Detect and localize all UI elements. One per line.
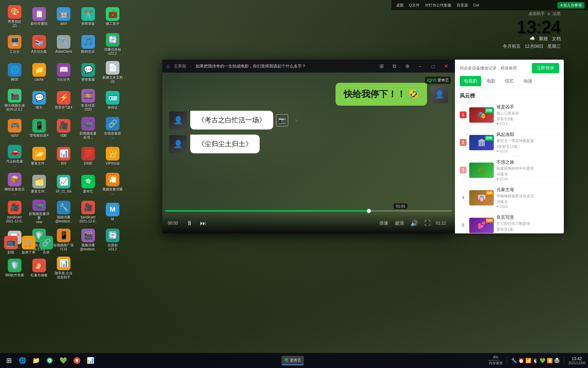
menu-icon[interactable]: ≡ [548,12,550,16]
icon-bandicam2[interactable]: 🎥 bandicam2021-12-0.. [76,198,100,226]
top-quicklink-baili[interactable]: 百里源 [455,2,469,9]
taskbar-table[interactable]: 📊 [84,354,97,367]
start-button[interactable]: ⊞ [3,354,15,367]
icon-kugou[interactable]: 🎵 酷狗音乐 [76,31,100,58]
chat-bubble-left-1: 《考古之白忙活一场》 [190,111,273,129]
icon-ldplayer[interactable]: 📱 雷电模拟器4 [27,114,51,142]
icon-ai64[interactable]: 🤖 ai64 [52,3,76,30]
icon-new-reorganize[interactable]: 📋 新经草重组 [27,3,51,30]
icon-batch-video[interactable]: 📹 剧视频批量处理... [76,114,100,142]
icon-auto-batch[interactable]: 🚗 汽运轮批量... [3,142,27,170]
icon-cache[interactable]: 📁 cache [27,59,51,86]
player-close-btn[interactable]: ✕ [441,61,451,71]
ranking-item-5[interactable]: 5 💕 VIP 良言写意 罗云熙经清刀雕爱情 更新至1集 ♥5387 [458,212,560,233]
add-event-button[interactable]: ⊕加入办事项 [557,2,585,9]
icon-chat[interactable]: 💬 聊天 [27,87,51,114]
systray-icon-qq[interactable]: 🐧 [533,358,538,363]
chat-camera-btn[interactable]: 📷 [276,114,288,126]
player-cast-btn[interactable]: ⊕ [403,61,412,71]
taskbar-record[interactable] [71,354,83,367]
icon-jianying[interactable]: ✂️ 剪映草版 [76,3,100,30]
tab-tvshow[interactable]: 电视剧 [460,76,481,86]
icon-yishang[interactable]: 🛒 益商下单 [20,234,37,256]
rank-views-5: ♥5387 [496,232,559,233]
icon-idcard[interactable]: 🪪 身份证 [101,87,125,114]
icon-xiaochong[interactable]: 🔄 消重仿原创v23.2 [101,31,125,58]
player-maximize-btn[interactable]: □ [428,61,438,71]
systray-icon-3[interactable]: 📶 [525,358,531,363]
chat-arrow-btn[interactable]: › [291,115,301,125]
player-screenshot-btn[interactable]: ⊞ [377,61,386,71]
ranking-item-3[interactable]: 3 🌿 不惑之旅 陈建斌梅婷的中年爱情 40集全 ♥6548 [458,156,560,184]
fullscreen-btn[interactable]: ⛶ [422,218,433,229]
icon-tai[interactable]: 🖥️ 工台台 [3,31,27,58]
icon-atext[interactable]: 📚 A文综合集 [27,31,51,58]
systray-icon-2[interactable]: ⏰ [518,358,524,363]
ranking-item-1[interactable]: 1 🎭 自制 谁是凶手 窥人心探真相 更新全8集 ♥8211 [458,101,560,129]
taskbar-wechat[interactable]: 💚 [57,354,69,367]
chat-message-left-1: 👤 《考古之白忙活一场》 [169,111,273,129]
rank-num-5: 5 [460,222,467,229]
ranking-item-4[interactable]: 4 👘 VIP 当家主母 寄畅梅婷杨蕾冰风波泪 36集全 ♥5899 [458,184,560,212]
icon-zhemo[interactable]: 📊 折0 [52,142,76,170]
icon-video-new[interactable]: 📹 剧视频批量消重new [27,198,51,226]
icon-ra2ol[interactable]: 🎮 ra2ol [3,114,27,142]
icon-vip-moup[interactable]: 👑 VIPmoup [101,142,125,170]
taskbar-app-iqiyi[interactable]: 奇 爱奇艺 [281,356,304,365]
icon-video-batch2[interactable]: 🎦 视频批量消重... [101,170,125,198]
icon-alww[interactable]: 🔧 AlwwClient [52,31,76,58]
icon-textdoc[interactable]: 📄 新建文本文档(3) [101,59,125,86]
systray-icon-record[interactable]: ⏺️ [547,358,553,363]
icon-gufa[interactable]: 📖 b古法书 [52,59,76,86]
icon-M[interactable]: M M [101,198,125,226]
icon-repeat-files[interactable]: 📂 重复文件... [27,142,51,170]
player-pip-btn[interactable]: ⧉ [390,61,399,71]
progress-track[interactable] [165,210,452,212]
icon-jushipin[interactable]: 📺 剧视 [3,234,19,256]
systray-icon-1[interactable]: 🔧 [511,358,517,363]
speed-btn[interactable]: 倍速 [377,219,390,228]
clock-time: 13:24 [503,18,561,36]
icon-bandicam[interactable]: 🎥 bandicam2021-12-0.. [3,198,27,226]
icon-repeat-files2[interactable]: 🗂️ 重复文件... [27,170,51,198]
icon-continue-batch[interactable]: 📦 继续批量提压... [3,170,27,198]
ranking-item-2[interactable]: 2 🏛️ 自制 风起洛阳 黄轩王一博探神都疑案 b更新至12集 ♥8036 [458,129,560,156]
login-button[interactable]: 立即登录 [532,63,559,73]
icon-weigong[interactable]: 💼 微工多开 [101,3,125,30]
icon-video-tool[interactable]: 🔧 视频消重@testtest.. [52,198,76,226]
icon-online-batch[interactable]: 🔗 在线批量提... [101,114,125,142]
top-quicklink-cor[interactable]: Cor [472,2,481,8]
systray-icon-wechat[interactable]: 💚 [540,358,545,363]
player-home-icon[interactable]: ⌂ [166,63,170,69]
icon-kefu[interactable]: 💬 密密客服 [76,59,100,86]
icon-100zhe[interactable]: 💯 100折 [76,142,100,170]
top-quicklink-office[interactable]: 对打办公代客服 [424,2,453,9]
next-btn[interactable]: ⏭ [198,218,209,229]
systray-icon-printer[interactable]: 🖨️ [554,358,560,363]
tab-movie[interactable]: 电影 [483,76,500,86]
icon-yingyin[interactable]: 🎞️ 影音转器2020 [76,87,100,114]
icon-leijide[interactable]: ⚡ 雷里夺T器4 [52,87,76,114]
top-quicklink-qfile[interactable]: Q文件 [408,2,421,9]
icon-fang-original[interactable]: 🔄 仿原创v23.2 [101,226,125,254]
player-minimize-btn[interactable]: − [415,61,425,71]
quality-btn[interactable]: 超清 [393,219,406,228]
icon-show[interactable]: 🎨 秀秀我处(2) [3,3,27,30]
icon-chat-video[interactable]: 🎬 聊天视频生成软件v2.0.2 [3,87,27,114]
tab-variety[interactable]: 综艺 [501,76,518,86]
icon-hepin[interactable]: 🔗 合拼 [38,234,54,256]
tab-anime[interactable]: 动漫 [519,76,536,86]
taskbar-360[interactable] [44,354,56,367]
icon-iqiyi[interactable]: 奇 爱奇艺 [76,170,100,198]
icon-wang00[interactable]: 🌐 网00 [3,59,27,86]
rank-views-1: ♥8211 [496,122,559,126]
chat-message-left-1-container: 👤 《考古之白忙活一场》 📷 › [169,111,448,129]
taskbar-browser[interactable]: 🌐 [16,354,29,367]
taskbar-files[interactable]: 📁 [30,354,42,367]
weather-icon: ☁️ [529,36,535,42]
icon-youku[interactable]: 🎥 优酷 [52,114,76,142]
play-pause-btn[interactable]: ⏸ [184,218,195,229]
icon-s9sta[interactable]: 📈 s9_11_sta [52,170,76,198]
top-quicklink-zhuotu[interactable]: 桌图 [395,2,405,9]
volume-btn[interactable]: 🔊 [409,218,420,229]
